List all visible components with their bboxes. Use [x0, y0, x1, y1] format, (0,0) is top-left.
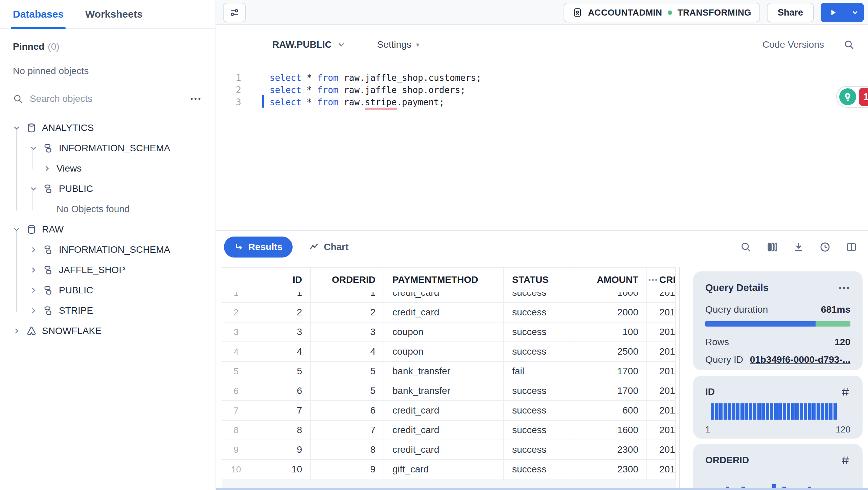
worksheet-filters-button[interactable]	[223, 3, 246, 22]
table-row[interactable]	[222, 480, 676, 481]
sql-text: *	[301, 97, 317, 107]
table-cell: 5	[251, 362, 311, 381]
tree-item-label: SNOWFLAKE	[42, 326, 101, 336]
chevron-right-icon[interactable]	[29, 306, 38, 315]
table-cell: 4	[251, 342, 311, 361]
sql-editor[interactable]: 123 select * from raw.jaffle_shop.custom…	[216, 64, 868, 230]
chevron-down-icon[interactable]	[29, 144, 38, 153]
role-badge-icon	[572, 7, 583, 18]
table-row[interactable]: 444couponsuccess25002018	[222, 342, 676, 362]
tree-item-jaffle-shop[interactable]: JAFFLE_SHOP	[0, 260, 215, 280]
sql-text: raw.jaffle_shop.customers;	[339, 73, 482, 83]
chevron-down-icon[interactable]	[29, 184, 38, 193]
code-line[interactable]: select * from raw.jaffle_shop.orders;	[270, 84, 481, 96]
query-details-menu[interactable]: •••	[839, 284, 850, 292]
table-row[interactable]: 555bank_transferfail17002018	[222, 362, 676, 381]
database-context-selector[interactable]: RAW.PUBLIC	[272, 39, 346, 50]
sidebar-tabs: Databases Worksheets	[0, 0, 215, 29]
run-options-dropdown[interactable]	[846, 3, 864, 22]
column-overflow-dots-icon[interactable]: •••	[648, 276, 658, 284]
histogram-bar	[783, 403, 786, 420]
table-row[interactable]: 887credit_cardsuccess16002018	[222, 421, 676, 440]
tree-item-public[interactable]: PUBLIC	[0, 179, 215, 199]
code-versions-link[interactable]: Code Versions	[762, 39, 824, 50]
table-cell: 600	[572, 401, 647, 420]
run-button[interactable]	[821, 3, 846, 22]
column-header-amount[interactable]: AMOUNT	[572, 268, 647, 292]
context-role-warehouse-button[interactable]: ACCOUNTADMIN TRANSFORMING	[564, 3, 760, 22]
search-input[interactable]	[30, 93, 184, 104]
tab-databases[interactable]: Databases	[13, 0, 64, 28]
results-table: IDORDERIDPAYMENTMETHODSTATUSAMOUNT•••CRE…	[222, 267, 676, 481]
settings-dropdown[interactable]: Settings ▾	[377, 39, 419, 50]
download-results-button[interactable]	[793, 241, 804, 253]
object-search: •••	[13, 93, 202, 104]
table-cell: 8	[311, 440, 384, 459]
results-tab-label: Results	[248, 242, 282, 252]
table-cell: coupon	[384, 322, 504, 341]
query-history-button[interactable]	[819, 241, 831, 253]
table-cell: success	[504, 342, 572, 361]
table-row[interactable]: 10109gift_cardsuccess23002018	[222, 460, 676, 480]
tree-item-snowflake[interactable]: SNOWFLAKE	[0, 321, 215, 341]
tree-item-public[interactable]: PUBLIC	[0, 280, 215, 300]
tab-results[interactable]: Results	[224, 237, 293, 258]
sidebar-more-menu[interactable]: •••	[190, 95, 202, 103]
table-row[interactable]: 776credit_cardsuccess6002018	[222, 401, 676, 421]
assistant-suggestion-pill[interactable]: 1	[836, 86, 868, 108]
table-row[interactable]: 333couponsuccess1002018	[222, 322, 676, 342]
id-histogram[interactable]	[711, 403, 837, 420]
chevron-down-icon[interactable]	[12, 124, 21, 132]
id-max-label: 120	[836, 424, 850, 435]
column-header-created[interactable]: •••CREATED	[647, 268, 676, 292]
column-header-id[interactable]: ID	[251, 268, 311, 292]
column-header-rownum[interactable]	[222, 268, 251, 292]
code-line[interactable]: select * from raw.jaffle_shop.customers;	[270, 72, 481, 84]
tree-item-views[interactable]: Views	[0, 158, 215, 179]
table-row[interactable]: 998credit_cardsuccess23002018	[222, 440, 676, 460]
editor-search-button[interactable]	[844, 39, 854, 50]
column-header-label: ID	[293, 274, 302, 285]
tree-item-stripe[interactable]: STRIPE	[0, 300, 215, 321]
share-button[interactable]: Share	[767, 3, 814, 22]
split-panel-icon	[846, 241, 857, 253]
tree-item-analytics[interactable]: ANALYTICS	[0, 118, 215, 138]
chevron-right-icon[interactable]	[43, 164, 51, 173]
table-cell: 2000	[572, 303, 647, 322]
table-cell: credit_card	[384, 303, 504, 322]
chevron-right-icon[interactable]	[29, 266, 38, 274]
search-icon	[13, 94, 23, 104]
context-label: RAW.PUBLIC	[272, 39, 332, 50]
chevron-right-icon[interactable]	[29, 245, 38, 254]
search-results-button[interactable]	[740, 241, 752, 253]
orderid-histogram[interactable]	[711, 474, 837, 490]
chevron-right-icon[interactable]	[12, 327, 21, 335]
table-cell	[311, 480, 384, 481]
table-cell: 2018	[647, 440, 676, 459]
split-panel-button[interactable]	[846, 241, 857, 253]
vertical-scrollbar-track[interactable]	[679, 267, 680, 490]
column-header-paymentmethod[interactable]: PAYMENTMETHOD	[384, 268, 504, 292]
tree-item-information-schema[interactable]: INFORMATION_SCHEMA	[0, 138, 215, 158]
clock-icon	[819, 241, 831, 253]
query-id-link[interactable]: 01b349f6-0000-d793-...	[750, 354, 850, 365]
text-cursor	[262, 95, 264, 108]
table-cell: 4	[311, 342, 384, 361]
horizontal-scrollbar-track[interactable]	[222, 481, 676, 489]
results-area: IDORDERIDPAYMENTMETHODSTATUSAMOUNT•••CRE…	[216, 263, 868, 490]
tree-item-raw[interactable]: RAW	[0, 219, 215, 240]
horizontal-scrollbar-thumb[interactable]	[216, 488, 868, 490]
columns-button[interactable]	[767, 241, 778, 253]
table-row[interactable]: 665bank_transfersuccess17002018	[222, 381, 676, 401]
column-header-status[interactable]: STATUS	[504, 268, 572, 292]
column-header-label: PAYMENTMETHOD	[392, 274, 478, 285]
tree-item-information-schema[interactable]: INFORMATION_SCHEMA	[0, 240, 215, 260]
chevron-right-icon[interactable]	[29, 286, 38, 295]
tab-worksheets[interactable]: Worksheets	[85, 0, 143, 28]
table-cell	[384, 480, 504, 481]
chevron-down-icon[interactable]	[12, 225, 21, 234]
tab-chart[interactable]: Chart	[309, 242, 348, 252]
column-header-orderid[interactable]: ORDERID	[311, 268, 384, 292]
table-row[interactable]: 222credit_cardsuccess20002018	[222, 303, 676, 322]
code-line[interactable]: select * from raw.stripe.payment;	[270, 96, 481, 108]
